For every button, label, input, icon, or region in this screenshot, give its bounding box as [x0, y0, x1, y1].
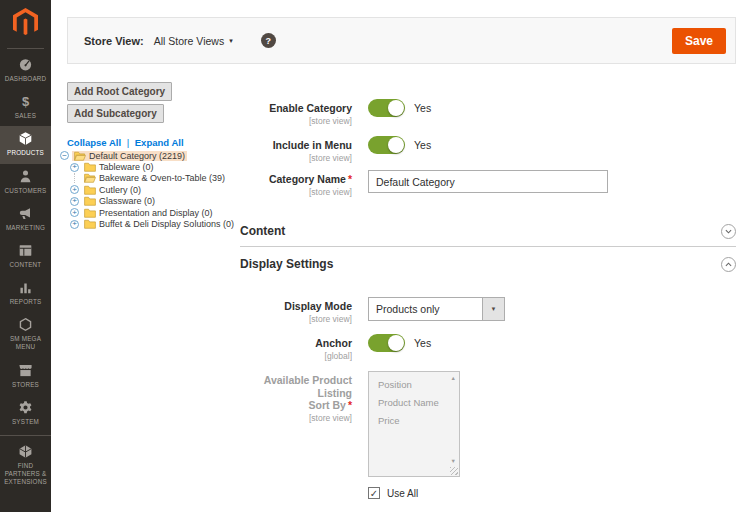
sidebar-item-label: STORES	[12, 381, 39, 389]
tree-node-label: Default Category (2219)	[89, 151, 185, 161]
tree-node-glassware[interactable]: + Glassware (0)	[60, 196, 236, 207]
sort-by-multiselect[interactable]: Position Product Name Price ▲ ▼	[368, 371, 460, 477]
use-all-checkbox[interactable]: ✓	[368, 487, 380, 499]
toggle-state-text: Yes	[414, 139, 431, 151]
sidebar-item-label: DASHBOARD	[5, 75, 47, 83]
caret-down-icon: ▼	[491, 306, 497, 312]
enable-category-toggle[interactable]	[368, 99, 405, 117]
expand-all-link[interactable]: Expand All	[135, 137, 184, 148]
category-name-row: Category Name* [store view]	[240, 170, 608, 197]
folder-icon	[84, 208, 96, 218]
folder-icon	[84, 185, 96, 195]
sidebar-item-customers[interactable]: CUSTOMERS	[0, 164, 51, 201]
anchor-toggle[interactable]	[368, 334, 405, 352]
check-icon: ✓	[370, 488, 378, 499]
category-name-input[interactable]	[368, 170, 608, 193]
sidebar-item-label: REPORTS	[10, 298, 42, 306]
sort-option-position[interactable]: Position	[369, 376, 445, 394]
tree-node-label: Presentation and Display (0)	[99, 208, 213, 218]
sort-by-label-line1: Available Product Listing	[264, 374, 352, 399]
partners-box-icon	[18, 444, 33, 459]
collapse-node-icon[interactable]: −	[60, 151, 69, 160]
scope-note: [store view]	[240, 187, 352, 197]
anchor-label: Anchor	[240, 337, 352, 350]
add-subcategory-button[interactable]: Add Subcategory	[67, 104, 164, 123]
sidebar-item-content[interactable]: CONTENT	[0, 238, 51, 275]
sidebar-item-system[interactable]: SYSTEM	[0, 395, 51, 432]
open-folder-icon	[74, 151, 86, 161]
sidebar-item-sales[interactable]: $ SALES	[0, 89, 51, 126]
magento-logo[interactable]	[13, 0, 38, 46]
sidebar-item-label: PRODUCTS	[7, 149, 44, 157]
expand-node-icon[interactable]: +	[70, 208, 79, 217]
include-in-menu-toggle[interactable]	[368, 136, 405, 154]
include-in-menu-label: Include in Menu	[240, 139, 352, 152]
use-all-label: Use All	[387, 488, 418, 499]
content-layout-icon	[18, 243, 33, 258]
section-title: Content	[240, 224, 285, 238]
marketing-megaphone-icon	[18, 206, 33, 221]
chevron-down-icon[interactable]	[721, 224, 736, 239]
toggle-knob	[388, 335, 404, 351]
chevron-up-icon[interactable]	[721, 257, 736, 272]
caret-down-icon[interactable]: ▾	[229, 37, 233, 45]
save-button[interactable]: Save	[672, 28, 726, 54]
select-value: Products only	[369, 303, 482, 315]
expand-node-icon[interactable]: +	[70, 185, 79, 194]
use-all-row: ✓ Use All	[368, 487, 418, 499]
toggle-knob	[388, 137, 404, 153]
scroll-up-icon[interactable]: ▲	[451, 375, 456, 381]
help-icon[interactable]: ?	[261, 33, 276, 48]
tree-node-cutlery[interactable]: + Cutlery (0)	[60, 184, 236, 195]
include-in-menu-row: Include in Menu [store view] Yes	[240, 136, 431, 163]
tree-node-label: Bakeware & Oven-to-Table (39)	[99, 173, 225, 183]
category-name-label: Category Name	[269, 173, 346, 185]
tree-node-tableware[interactable]: + Tableware (0)	[60, 161, 236, 172]
sidebar-item-reports[interactable]: REPORTS	[0, 275, 51, 312]
expand-node-icon[interactable]: +	[70, 163, 79, 172]
category-tree: − Default Category (2219) + Tableware (0…	[60, 150, 236, 230]
add-root-category-button[interactable]: Add Root Category	[67, 82, 172, 101]
tree-node-label: Glassware (0)	[99, 196, 155, 206]
sidebar-item-label: SALES	[15, 112, 36, 120]
store-view-switcher[interactable]: All Store Views	[154, 35, 224, 47]
sidebar-item-find-partners[interactable]: FIND PARTNERS & EXTENSIONS	[0, 435, 51, 493]
reports-barchart-icon	[18, 280, 33, 295]
section-header-display-settings[interactable]: Display Settings	[240, 250, 736, 278]
tree-node-presentation[interactable]: + Presentation and Display (0)	[60, 207, 236, 218]
dashboard-icon	[18, 57, 33, 72]
sidebar-item-sm-mega-menu[interactable]: SM MEGA MENU	[0, 312, 51, 357]
folder-icon	[84, 219, 96, 229]
enable-category-row: Enable Category [store view] Yes	[240, 99, 431, 126]
sidebar-item-label: FIND PARTNERS & EXTENSIONS	[2, 462, 50, 487]
expand-node-icon[interactable]: +	[70, 220, 79, 229]
scope-note: [global]	[240, 351, 352, 361]
tree-node-buffet[interactable]: + Buffet & Deli Display Solutions (0)	[60, 218, 236, 229]
tree-node-default-category[interactable]: − Default Category (2219)	[60, 150, 236, 161]
tree-node-label: Cutlery (0)	[99, 185, 141, 195]
select-dropdown-button[interactable]: ▼	[482, 298, 504, 320]
customers-icon	[18, 169, 33, 184]
section-header-content[interactable]: Content	[240, 216, 736, 247]
sort-option-product-name[interactable]: Product Name	[369, 394, 445, 412]
display-mode-select[interactable]: Products only ▼	[368, 297, 505, 321]
expand-node-icon[interactable]: +	[70, 197, 79, 206]
products-cube-icon	[18, 131, 33, 146]
sidebar-item-dashboard[interactable]: DASHBOARD	[0, 52, 51, 89]
tree-node-bakeware[interactable]: Bakeware & Oven-to-Table (39)	[60, 173, 236, 184]
collapse-all-link[interactable]: Collapse All	[67, 137, 121, 148]
sidebar-item-label: CUSTOMERS	[5, 187, 47, 195]
sort-by-row: Available Product Listing Sort By* [stor…	[240, 371, 460, 477]
tree-node-label: Buffet & Deli Display Solutions (0)	[99, 219, 234, 229]
scroll-down-icon[interactable]: ▼	[451, 458, 456, 464]
open-folder-icon	[84, 173, 96, 183]
sidebar-item-products[interactable]: PRODUCTS	[0, 126, 51, 163]
hexagon-icon	[18, 317, 33, 332]
tree-node-label: Tableware (0)	[99, 162, 154, 172]
sort-option-price[interactable]: Price	[369, 412, 445, 430]
scope-note: [store view]	[240, 116, 352, 126]
sidebar-item-stores[interactable]: STORES	[0, 358, 51, 395]
sidebar-item-marketing[interactable]: MARKETING	[0, 201, 51, 238]
required-asterisk: *	[348, 399, 352, 411]
resize-grip[interactable]	[450, 467, 458, 475]
